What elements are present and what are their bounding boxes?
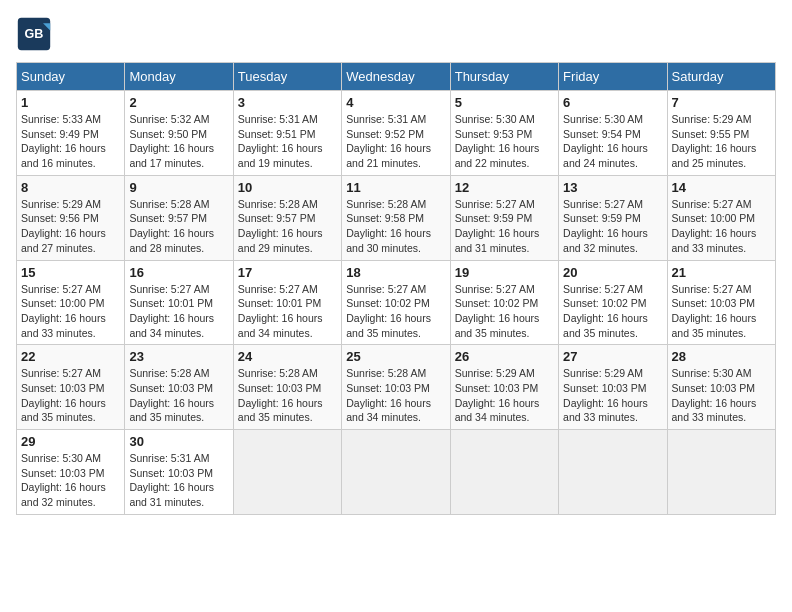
calendar-cell: 9 Sunrise: 5:28 AM Sunset: 9:57 PM Dayli… — [125, 175, 233, 260]
day-number: 1 — [21, 95, 120, 110]
day-info: Sunrise: 5:28 AM Sunset: 10:03 PM Daylig… — [238, 366, 337, 425]
day-number: 27 — [563, 349, 662, 364]
day-number: 4 — [346, 95, 445, 110]
column-header-wednesday: Wednesday — [342, 63, 450, 91]
calendar-cell: 4 Sunrise: 5:31 AM Sunset: 9:52 PM Dayli… — [342, 91, 450, 176]
day-number: 18 — [346, 265, 445, 280]
day-info: Sunrise: 5:27 AM Sunset: 9:59 PM Dayligh… — [563, 197, 662, 256]
calendar-cell — [450, 430, 558, 515]
day-info: Sunrise: 5:33 AM Sunset: 9:49 PM Dayligh… — [21, 112, 120, 171]
column-header-friday: Friday — [559, 63, 667, 91]
calendar-cell — [559, 430, 667, 515]
day-info: Sunrise: 5:28 AM Sunset: 10:03 PM Daylig… — [129, 366, 228, 425]
calendar-week-row: 8 Sunrise: 5:29 AM Sunset: 9:56 PM Dayli… — [17, 175, 776, 260]
calendar-cell: 30 Sunrise: 5:31 AM Sunset: 10:03 PM Day… — [125, 430, 233, 515]
day-info: Sunrise: 5:27 AM Sunset: 10:01 PM Daylig… — [238, 282, 337, 341]
day-number: 17 — [238, 265, 337, 280]
column-header-sunday: Sunday — [17, 63, 125, 91]
calendar-cell: 17 Sunrise: 5:27 AM Sunset: 10:01 PM Day… — [233, 260, 341, 345]
day-info: Sunrise: 5:29 AM Sunset: 10:03 PM Daylig… — [563, 366, 662, 425]
calendar-cell: 15 Sunrise: 5:27 AM Sunset: 10:00 PM Day… — [17, 260, 125, 345]
calendar-cell: 1 Sunrise: 5:33 AM Sunset: 9:49 PM Dayli… — [17, 91, 125, 176]
column-header-saturday: Saturday — [667, 63, 775, 91]
calendar-cell: 22 Sunrise: 5:27 AM Sunset: 10:03 PM Day… — [17, 345, 125, 430]
day-info: Sunrise: 5:27 AM Sunset: 10:01 PM Daylig… — [129, 282, 228, 341]
svg-text:GB: GB — [25, 27, 44, 41]
calendar-header-row: SundayMondayTuesdayWednesdayThursdayFrid… — [17, 63, 776, 91]
calendar-cell: 19 Sunrise: 5:27 AM Sunset: 10:02 PM Day… — [450, 260, 558, 345]
day-number: 14 — [672, 180, 771, 195]
day-number: 21 — [672, 265, 771, 280]
calendar-week-row: 15 Sunrise: 5:27 AM Sunset: 10:00 PM Day… — [17, 260, 776, 345]
day-info: Sunrise: 5:28 AM Sunset: 9:57 PM Dayligh… — [238, 197, 337, 256]
day-info: Sunrise: 5:30 AM Sunset: 10:03 PM Daylig… — [21, 451, 120, 510]
calendar-cell: 12 Sunrise: 5:27 AM Sunset: 9:59 PM Dayl… — [450, 175, 558, 260]
day-info: Sunrise: 5:27 AM Sunset: 10:00 PM Daylig… — [21, 282, 120, 341]
day-number: 12 — [455, 180, 554, 195]
calendar-cell: 27 Sunrise: 5:29 AM Sunset: 10:03 PM Day… — [559, 345, 667, 430]
calendar-cell: 25 Sunrise: 5:28 AM Sunset: 10:03 PM Day… — [342, 345, 450, 430]
day-info: Sunrise: 5:28 AM Sunset: 9:57 PM Dayligh… — [129, 197, 228, 256]
column-header-monday: Monday — [125, 63, 233, 91]
day-info: Sunrise: 5:27 AM Sunset: 10:02 PM Daylig… — [563, 282, 662, 341]
calendar-cell: 13 Sunrise: 5:27 AM Sunset: 9:59 PM Dayl… — [559, 175, 667, 260]
day-number: 19 — [455, 265, 554, 280]
day-info: Sunrise: 5:31 AM Sunset: 9:51 PM Dayligh… — [238, 112, 337, 171]
calendar-cell: 21 Sunrise: 5:27 AM Sunset: 10:03 PM Day… — [667, 260, 775, 345]
page-header: GB — [16, 16, 776, 52]
calendar-cell: 6 Sunrise: 5:30 AM Sunset: 9:54 PM Dayli… — [559, 91, 667, 176]
calendar-week-row: 29 Sunrise: 5:30 AM Sunset: 10:03 PM Day… — [17, 430, 776, 515]
calendar-cell: 2 Sunrise: 5:32 AM Sunset: 9:50 PM Dayli… — [125, 91, 233, 176]
day-number: 10 — [238, 180, 337, 195]
day-info: Sunrise: 5:27 AM Sunset: 10:00 PM Daylig… — [672, 197, 771, 256]
day-info: Sunrise: 5:27 AM Sunset: 10:03 PM Daylig… — [21, 366, 120, 425]
day-number: 16 — [129, 265, 228, 280]
day-info: Sunrise: 5:30 AM Sunset: 10:03 PM Daylig… — [672, 366, 771, 425]
calendar-cell — [233, 430, 341, 515]
calendar-cell: 23 Sunrise: 5:28 AM Sunset: 10:03 PM Day… — [125, 345, 233, 430]
calendar-cell: 7 Sunrise: 5:29 AM Sunset: 9:55 PM Dayli… — [667, 91, 775, 176]
logo: GB — [16, 16, 56, 52]
day-number: 8 — [21, 180, 120, 195]
day-number: 2 — [129, 95, 228, 110]
calendar-cell — [667, 430, 775, 515]
day-info: Sunrise: 5:29 AM Sunset: 9:56 PM Dayligh… — [21, 197, 120, 256]
day-number: 15 — [21, 265, 120, 280]
calendar-cell: 10 Sunrise: 5:28 AM Sunset: 9:57 PM Dayl… — [233, 175, 341, 260]
calendar-table: SundayMondayTuesdayWednesdayThursdayFrid… — [16, 62, 776, 515]
day-number: 23 — [129, 349, 228, 364]
day-number: 3 — [238, 95, 337, 110]
calendar-cell: 8 Sunrise: 5:29 AM Sunset: 9:56 PM Dayli… — [17, 175, 125, 260]
calendar-cell: 14 Sunrise: 5:27 AM Sunset: 10:00 PM Day… — [667, 175, 775, 260]
calendar-cell: 24 Sunrise: 5:28 AM Sunset: 10:03 PM Day… — [233, 345, 341, 430]
day-number: 11 — [346, 180, 445, 195]
day-number: 24 — [238, 349, 337, 364]
day-info: Sunrise: 5:30 AM Sunset: 9:53 PM Dayligh… — [455, 112, 554, 171]
day-number: 20 — [563, 265, 662, 280]
day-info: Sunrise: 5:27 AM Sunset: 10:03 PM Daylig… — [672, 282, 771, 341]
calendar-cell — [342, 430, 450, 515]
day-info: Sunrise: 5:28 AM Sunset: 9:58 PM Dayligh… — [346, 197, 445, 256]
day-number: 7 — [672, 95, 771, 110]
calendar-week-row: 22 Sunrise: 5:27 AM Sunset: 10:03 PM Day… — [17, 345, 776, 430]
calendar-cell: 26 Sunrise: 5:29 AM Sunset: 10:03 PM Day… — [450, 345, 558, 430]
day-number: 29 — [21, 434, 120, 449]
day-number: 6 — [563, 95, 662, 110]
day-number: 13 — [563, 180, 662, 195]
day-info: Sunrise: 5:27 AM Sunset: 9:59 PM Dayligh… — [455, 197, 554, 256]
day-info: Sunrise: 5:29 AM Sunset: 9:55 PM Dayligh… — [672, 112, 771, 171]
calendar-cell: 18 Sunrise: 5:27 AM Sunset: 10:02 PM Day… — [342, 260, 450, 345]
calendar-cell: 5 Sunrise: 5:30 AM Sunset: 9:53 PM Dayli… — [450, 91, 558, 176]
day-number: 9 — [129, 180, 228, 195]
day-number: 5 — [455, 95, 554, 110]
day-number: 22 — [21, 349, 120, 364]
day-number: 26 — [455, 349, 554, 364]
day-info: Sunrise: 5:30 AM Sunset: 9:54 PM Dayligh… — [563, 112, 662, 171]
day-number: 28 — [672, 349, 771, 364]
calendar-cell: 3 Sunrise: 5:31 AM Sunset: 9:51 PM Dayli… — [233, 91, 341, 176]
day-info: Sunrise: 5:27 AM Sunset: 10:02 PM Daylig… — [455, 282, 554, 341]
calendar-cell: 16 Sunrise: 5:27 AM Sunset: 10:01 PM Day… — [125, 260, 233, 345]
day-number: 30 — [129, 434, 228, 449]
logo-icon: GB — [16, 16, 52, 52]
day-info: Sunrise: 5:31 AM Sunset: 9:52 PM Dayligh… — [346, 112, 445, 171]
